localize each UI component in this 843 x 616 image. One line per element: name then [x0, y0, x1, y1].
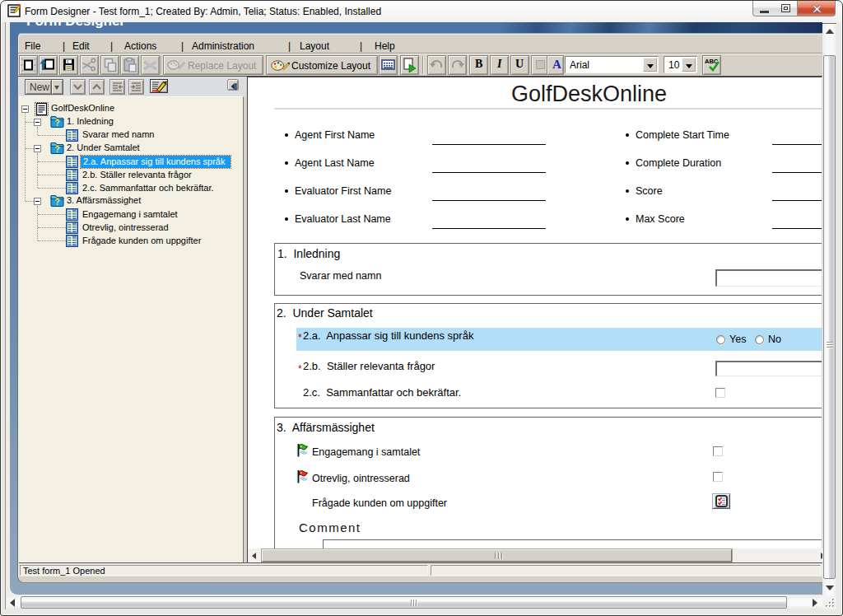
svg-text:?: ? — [55, 119, 60, 128]
svg-text:?: ? — [55, 145, 60, 154]
svg-text:?: ? — [55, 198, 60, 207]
